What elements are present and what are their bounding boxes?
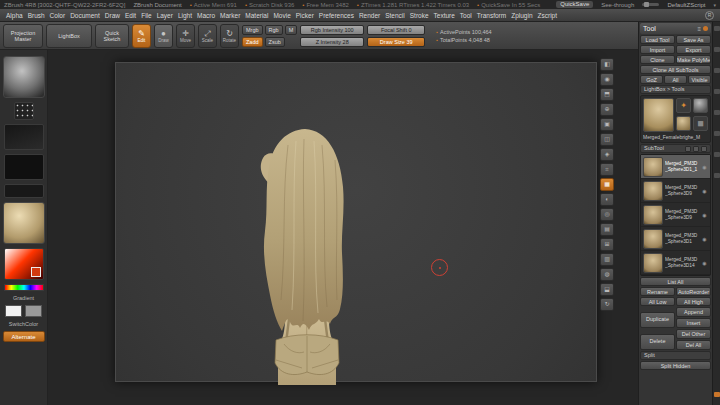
gradient-label[interactable]: Gradient [13,295,34,301]
load-tool-button[interactable]: Load Tool [640,35,675,44]
active-tool-thumbnail[interactable] [643,98,674,132]
transparency-icon[interactable]: ◐ [600,193,614,206]
rotate-mode-button[interactable]: ↻ Rotate [220,24,239,48]
xpose-icon[interactable]: ⊞ [600,238,614,251]
subtool-row[interactable]: Merged_PM3D_Sphere3D1_1 ◉ [641,155,710,179]
menu-alpha[interactable]: Alpha [6,12,23,19]
menu-layer[interactable]: Layer [157,12,173,19]
menu-stroke[interactable]: Stroke [410,12,429,19]
split-section-header[interactable]: Split [640,351,711,360]
subtool-row[interactable]: Merged_PM3D_Sphere3D9 ◉ [641,203,710,227]
main-color-swatch[interactable] [5,305,22,317]
projection-master-button[interactable]: Projection Master [3,24,43,48]
menu-texture[interactable]: Texture [434,12,455,19]
del-all-button[interactable]: Del All [676,340,711,350]
menu-transform[interactable]: Transform [477,12,506,19]
alpha-thumbnail[interactable] [4,154,44,180]
secondary-color-swatch[interactable] [25,305,42,317]
tray-icon[interactable] [714,131,720,136]
edit-mode-button[interactable]: ✎ Edit [132,24,151,48]
clone-button[interactable]: Clone [640,55,675,64]
menu-edit[interactable]: Edit [125,12,136,19]
local-symmetry-icon[interactable]: ▦ [600,178,614,191]
tool-thumb-cube-icon[interactable]: ◼ [693,116,708,131]
floor-grid-icon[interactable]: ⌗ [600,163,614,176]
save-as-button[interactable]: Save As [676,35,711,44]
append-button[interactable]: Append [676,307,711,317]
color-picker[interactable] [4,248,44,280]
lightbox-button[interactable]: LightBox [46,24,92,48]
autoreorder-button[interactable]: AutoReorder [676,287,711,296]
eye-icon[interactable]: ◉ [701,212,708,218]
menu-render[interactable]: Render [359,12,380,19]
menu-marker[interactable]: Marker [220,12,240,19]
rename-button[interactable]: Rename [640,287,675,296]
menu-macro[interactable]: Macro [197,12,215,19]
tool-thumb-clay-icon[interactable] [676,116,691,131]
menu-material[interactable]: Material [245,12,268,19]
subtool-row[interactable]: Merged_PM3D_Sphere3D1 ◉ [641,227,710,251]
menu-zscript[interactable]: Zscript [538,12,558,19]
zsub-button[interactable]: Zsub [265,37,285,47]
duplicate-button[interactable]: Duplicate [640,312,675,328]
goz-button[interactable]: GoZ [640,75,663,84]
actual-size-icon[interactable]: ▣ [600,118,614,131]
list-all-button[interactable]: List All [640,277,711,286]
texture-thumbnail[interactable] [4,184,44,198]
goz-visible-button[interactable]: Visible [688,75,711,84]
goz-all-button[interactable]: All [664,75,687,84]
material-thumbnail[interactable] [3,202,45,244]
menu-movie[interactable]: Movie [273,12,290,19]
menu-file[interactable]: File [141,12,151,19]
bpr-render-icon[interactable]: ◧ [600,58,614,71]
tool-palette-header[interactable]: Tool ≡ [640,23,711,34]
insert-button[interactable]: Insert [676,318,711,328]
draw-size-slider[interactable]: Draw Size 39 [367,37,425,47]
scroll-icon[interactable]: ⬒ [600,88,614,101]
split-hidden-button[interactable]: Split Hidden [640,361,711,370]
tray-icon[interactable] [714,110,720,115]
scale-view-icon[interactable]: ⬓ [600,283,614,296]
alternate-button[interactable]: Alternate [3,331,45,342]
ghost-icon[interactable]: ◎ [600,208,614,221]
move-mode-button[interactable]: ✛ Move [176,24,195,48]
aa-half-icon[interactable]: ◫ [600,133,614,146]
stroke-thumbnail[interactable] [4,124,44,150]
stroke-type-icon[interactable] [14,102,34,120]
del-other-button[interactable]: Del Other [676,329,711,339]
rotate-view-icon[interactable]: ↻ [600,298,614,311]
subtool-row[interactable]: Merged_PM3D_Sphere3D14 ◉ [641,251,710,275]
menu-draw[interactable]: Draw [105,12,120,19]
menu-brush[interactable]: Brush [28,12,45,19]
tray-divider-icon[interactable] [714,392,720,397]
subtool-header[interactable]: SubTool [640,144,711,153]
tray-icon[interactable] [714,173,720,178]
make-polymesh3d-button[interactable]: Make PolyMesh3D [676,55,711,64]
tool-thumb-star-icon[interactable]: ✦ [676,98,691,113]
menu-color[interactable]: Color [50,12,66,19]
zoom-icon[interactable]: ⊕ [600,103,614,116]
tray-icon[interactable] [714,68,720,73]
lightbox-tools-header[interactable]: LightBox > Tools [640,85,711,94]
menu-tool[interactable]: Tool [460,12,472,19]
m-button[interactable]: M [285,25,298,35]
delete-button[interactable]: Delete [640,334,675,350]
quicksave-button[interactable]: QuickSave [556,1,593,8]
menu-document[interactable]: Document [70,12,100,19]
current-brush-thumbnail[interactable] [3,56,45,98]
tray-icon[interactable] [714,26,720,31]
clone-all-subtools-button[interactable]: Clone All SubTools [640,65,711,74]
subtool-mini-icon-1[interactable] [685,146,691,152]
polyframe-icon[interactable]: ◍ [600,268,614,281]
subtool-mini-icon-3[interactable] [701,146,707,152]
zscript-dropdown[interactable]: DefaultZScript [667,2,705,8]
subtool-row[interactable]: Merged_PM3D_Sphere3D9 ◉ [641,179,710,203]
menu-picker[interactable]: Picker [296,12,314,19]
solo-icon[interactable]: ▤ [600,223,614,236]
zadd-button[interactable]: Zadd [242,37,263,47]
z-intensity-slider[interactable]: Z Intensity 28 [300,37,364,47]
switchcolor-button[interactable]: SwitchColor [9,321,38,327]
tray-icon[interactable] [714,47,720,52]
tray-icon[interactable] [714,89,720,94]
menu-light[interactable]: Light [178,12,192,19]
